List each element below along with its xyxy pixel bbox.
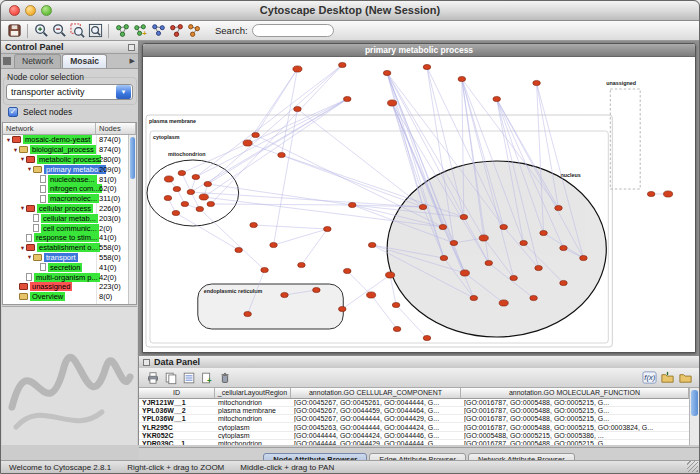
tree-row[interactable]: ▼metabolic process280(0) [3, 155, 128, 165]
network-node[interactable] [243, 140, 252, 146]
expand-triangle-icon[interactable]: ▼ [5, 137, 12, 143]
network-node[interactable] [324, 226, 332, 231]
print-icon[interactable] [144, 369, 162, 387]
network-node[interactable] [479, 235, 488, 241]
network-node[interactable] [383, 70, 391, 75]
network-node[interactable] [278, 152, 286, 157]
tree-node-label[interactable]: biological_process [30, 145, 96, 154]
tree-node-label[interactable]: cell communic... [41, 224, 99, 233]
tree-column-nodes[interactable]: Nodes [96, 123, 136, 135]
attribute-folder-icon[interactable] [676, 369, 694, 387]
network-node[interactable] [235, 247, 243, 252]
table-row[interactable]: YLR295Ccytoplasm[GO:0045263, GO:0044444,… [139, 423, 689, 431]
network-node[interactable] [485, 260, 493, 265]
tree-node-label[interactable]: mosaic-demo-yeast [23, 135, 92, 144]
float-panel-icon[interactable] [128, 44, 135, 51]
network-node[interactable] [270, 242, 278, 247]
table-row[interactable]: YKR052Ccytoplasm[GO:0044444, GO:0044424,… [139, 432, 689, 440]
tree-node-label[interactable]: nucleobase... [48, 175, 97, 184]
tree-column-network[interactable]: Network [3, 123, 96, 135]
expand-triangle-icon[interactable]: ▼ [19, 245, 26, 251]
tree-row[interactable]: macromolec...311(0) [3, 194, 128, 204]
new-network-icon[interactable] [149, 22, 167, 40]
tree-row[interactable]: ▼establishment o...558(0) [3, 243, 128, 253]
network-node[interactable] [647, 191, 655, 196]
tree-node-label[interactable]: Overview [30, 292, 65, 301]
network-node[interactable] [338, 306, 346, 311]
network-node[interactable] [664, 191, 673, 197]
network-node[interactable] [348, 202, 356, 207]
network-node[interactable] [510, 275, 518, 280]
tree-node-label[interactable]: primary metabo... [44, 165, 106, 174]
network-node[interactable] [281, 292, 289, 297]
tab-scroll-right-icon[interactable]: ▶ [130, 57, 135, 65]
tree-row[interactable]: Overview8(0) [3, 292, 128, 302]
tab-mosaic[interactable]: Mosaic [62, 54, 107, 68]
column-header[interactable]: ID [139, 388, 215, 399]
network-node[interactable] [535, 265, 543, 270]
new-attribute-icon[interactable]: + [198, 369, 216, 387]
network-node[interactable] [293, 66, 302, 72]
network-node[interactable] [388, 100, 397, 106]
network-node[interactable] [294, 106, 302, 111]
expand-triangle-icon[interactable]: ▼ [26, 166, 33, 172]
network-node[interactable] [500, 224, 508, 229]
network-node[interactable] [173, 186, 181, 191]
tab-handle-icon[interactable] [3, 57, 11, 65]
tree-row[interactable]: multi-organism p...42(0) [3, 272, 128, 282]
network-node[interactable] [204, 181, 212, 186]
network-node[interactable] [440, 255, 448, 260]
delete-attribute-icon[interactable] [216, 369, 234, 387]
network-node[interactable] [393, 326, 401, 331]
annotation-icon[interactable] [167, 22, 185, 40]
copy-table-icon[interactable] [162, 369, 180, 387]
network-node[interactable] [458, 76, 466, 81]
select-nodes-checkbox[interactable]: ✓ [8, 107, 18, 117]
tree-row[interactable]: secretion41(0) [3, 262, 128, 272]
network-node[interactable] [470, 295, 478, 300]
network-view-title[interactable]: primary metabolic process [143, 44, 695, 57]
table-scrollbar[interactable] [689, 388, 699, 445]
network-node[interactable] [439, 224, 447, 229]
first-neighbors-icon[interactable] [113, 22, 131, 40]
column-header[interactable]: _cellularLayoutRegion [215, 388, 291, 399]
tree-row[interactable]: response to stim...41(0) [3, 233, 128, 243]
network-node[interactable] [250, 222, 258, 227]
network-node[interactable] [164, 176, 173, 182]
tab-network[interactable]: Network [14, 54, 61, 68]
network-node[interactable] [207, 201, 215, 206]
tree-node-label[interactable]: macromolec... [48, 194, 99, 203]
network-canvas[interactable]: plasma membranecytoplasmunassignedmitoch… [144, 57, 694, 351]
table-row[interactable]: YDR039C__1mitochondrion[GO:0044444, GO:0… [139, 440, 689, 445]
network-node[interactable] [560, 245, 568, 250]
network-node[interactable] [181, 201, 189, 206]
network-node[interactable] [520, 240, 528, 245]
table-row[interactable]: YPL036W__2plasma membrane[GO:0045267, GO… [139, 407, 689, 415]
tree-node-label[interactable]: multi-organism p... [34, 273, 100, 282]
network-node[interactable] [199, 194, 208, 200]
zoom-in-icon[interactable] [32, 22, 50, 40]
import-attributes-icon[interactable] [658, 369, 676, 387]
save-session-icon[interactable] [5, 22, 23, 40]
node-color-dropdown[interactable]: transporter activity ▼ [6, 84, 133, 100]
tree-row[interactable]: nitrogen com...62(0) [3, 184, 128, 194]
tree-row[interactable]: ▼cellular process226(0) [3, 204, 128, 214]
network-node[interactable] [450, 240, 458, 245]
network-node[interactable] [298, 262, 306, 267]
network-node[interactable] [261, 267, 269, 272]
search-input[interactable] [252, 24, 334, 37]
network-node[interactable] [343, 268, 351, 273]
column-header[interactable]: annotation.GO MOLECULAR_FUNCTION [461, 388, 689, 399]
tree-row[interactable]: ▼transport558(0) [3, 253, 128, 263]
network-node[interactable] [313, 287, 321, 292]
network-node[interactable] [419, 204, 427, 209]
expand-triangle-icon[interactable]: ▼ [26, 254, 33, 260]
network-node[interactable] [580, 255, 588, 260]
zoom-out-icon[interactable] [50, 22, 68, 40]
vizmapper-icon[interactable] [185, 22, 203, 40]
network-node[interactable] [196, 206, 204, 211]
column-header[interactable]: annotation.GO CELLULAR_COMPONENT [291, 388, 461, 399]
zoom-fit-icon[interactable] [86, 22, 104, 40]
network-node[interactable] [493, 96, 501, 101]
network-node[interactable] [460, 270, 469, 276]
